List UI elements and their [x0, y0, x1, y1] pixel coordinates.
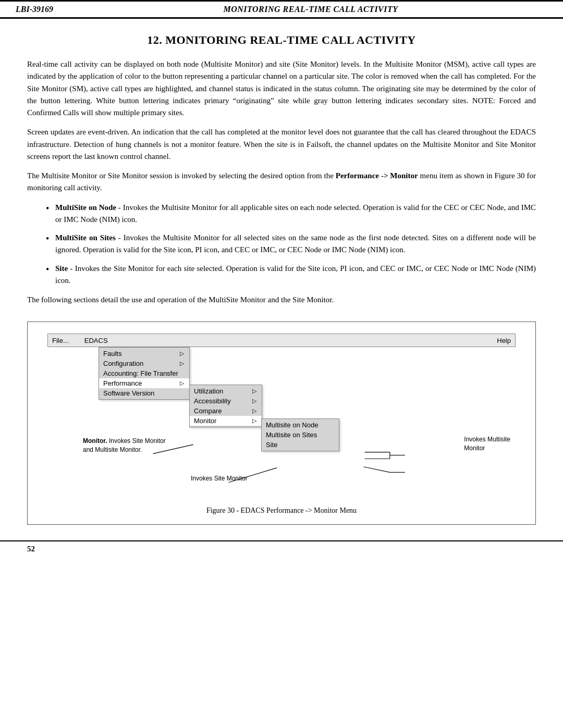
menu-item-configuration: Configuration ▷ [99, 359, 189, 368]
menu-item-site: Site [262, 440, 339, 450]
menubar-help: Help [497, 337, 511, 344]
bullet-item-multisite-node: MultiSite on Node - Invokes the Multisit… [46, 202, 536, 226]
header-lbi: LBI-39169 [16, 5, 74, 14]
closing-text: The following sections detail the use an… [27, 294, 536, 306]
menu-item-accounting: Accounting: File Transfer [99, 368, 189, 378]
menu-item-accessibility: Accessibility ▷ [190, 396, 262, 406]
bullet-item-site: Site - Invokes the Site Monitor for each… [46, 263, 536, 287]
page-wrapper: LBI-39169 MONITORING REAL-TIME CALL ACTI… [0, 0, 563, 728]
svg-line-6 [364, 467, 390, 473]
menubar-edacs: EDACS [84, 337, 497, 344]
menu-item-software: Software Version [99, 388, 189, 398]
menu-item-monitor: Monitor ▷ [190, 416, 262, 426]
page-header: LBI-39169 MONITORING REAL-TIME CALL ACTI… [0, 0, 563, 19]
menu-item-faults: Faults ▷ [99, 349, 189, 359]
main-content: 12. MONITORING REAL-TIME CALL ACTIVITY R… [0, 33, 563, 525]
bullet-list: MultiSite on Node - Invokes the Multisit… [46, 202, 536, 287]
callout-monitor: Monitor. Invokes Site Monitor and Multis… [83, 437, 166, 454]
performance-submenu: Utilization ▷ Accessibility ▷ Compare ▷ … [189, 385, 262, 427]
paragraph-3: The Multisite Monitor or Site Monitor se… [27, 170, 536, 194]
chapter-title: 12. MONITORING REAL-TIME CALL ACTIVITY [27, 33, 536, 47]
menu-item-utilization: Utilization ▷ [190, 386, 262, 396]
menubar-file: File... [52, 337, 69, 344]
menu-item-multisite-node: Multisite on Node [262, 420, 339, 430]
menu-item-multisite-sites: Multisite on Sites [262, 430, 339, 440]
header-title: MONITORING REAL-TIME CALL ACTIVITY [74, 5, 547, 14]
page-footer: 52 [0, 540, 563, 553]
callout-invokes-multisite: Invokes Multisite Monitor [464, 435, 510, 453]
monitor-submenu: Multisite on Node Multisite on Sites Sit… [261, 418, 339, 451]
edacs-dropdown: Faults ▷ Configuration ▷ Accounting: Fil… [99, 347, 190, 400]
callout-invokes-site: Invokes Site Monitor [191, 474, 248, 483]
bullet-item-multisite-sites: MultiSite on Sites - Invokes the Multisi… [46, 232, 536, 256]
menu-item-compare: Compare ▷ [190, 406, 262, 416]
paragraph-2: Screen updates are event-driven. An indi… [27, 126, 536, 163]
figure-caption: Figure 30 - EDACS Performance -> Monitor… [37, 507, 526, 515]
menu-bar: File... EDACS Help [47, 334, 516, 347]
menu-item-performance: Performance ▷ [99, 378, 189, 388]
paragraph-1: Real-time call activity can be displayed… [27, 58, 536, 119]
menu-diagram: File... EDACS Help Faults ▷ Configuratio… [37, 334, 526, 500]
figure-container: File... EDACS Help Faults ▷ Configuratio… [27, 322, 536, 525]
page-number: 52 [27, 545, 35, 553]
